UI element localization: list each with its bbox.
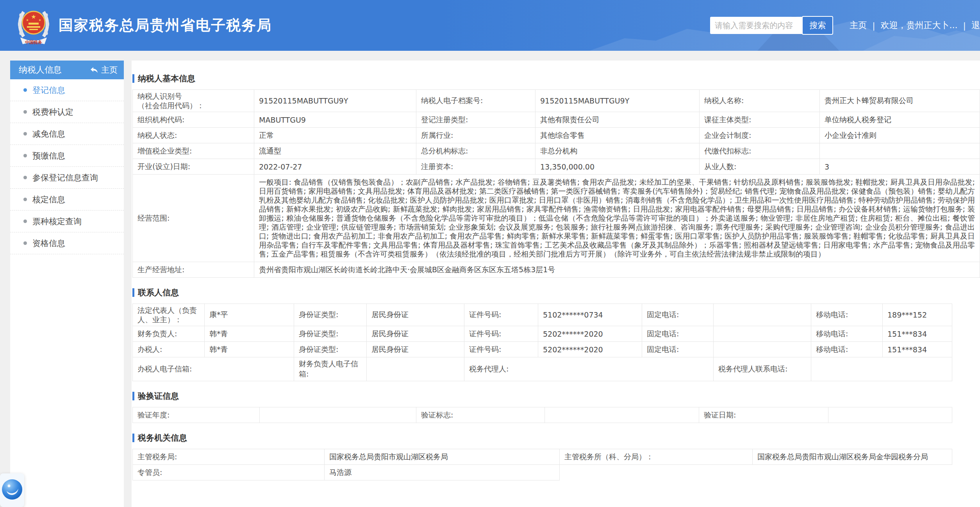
field-value: 3 (820, 159, 980, 175)
sidebar-item-label: 资格信息 (32, 238, 65, 249)
layout: 纳税人信息 主页 登记信息 税费种认定 减免信息 预缴信息 参保登记信息查询 核… (0, 51, 980, 507)
section-title-text: 联系人信息 (138, 287, 179, 298)
field-label: 所属行业: (416, 128, 536, 143)
field-value (714, 326, 811, 342)
sidebar-item-tax-type[interactable]: 税费种认定 (10, 101, 124, 123)
field-label: 证件号码: (464, 326, 538, 342)
section-bar (132, 288, 134, 297)
business-scope-value: 一般项目: 食品销售（仅销售预包装食品）；农副产品销售; 水产品批发; 谷物销售… (254, 175, 980, 262)
field-value: 韩*青 (205, 326, 294, 342)
bullet-icon (23, 132, 27, 136)
sidebar-item-assessment-info[interactable]: 核定信息 (10, 189, 124, 211)
sidebar-item-qualification-info[interactable]: 资格信息 (10, 232, 124, 254)
field-label: 身份证类型: (294, 304, 367, 326)
table-row: 生产经营地址: 贵州省贵阳市观山湖区长岭街道长岭北路中天·会展城B区金融商务区东… (133, 262, 980, 278)
field-value (714, 342, 811, 357)
business-address-label: 生产经营地址: (133, 262, 254, 278)
bullet-icon (23, 154, 27, 157)
search-input[interactable] (710, 17, 803, 34)
contact-info-table: 法定代表人（负责 人、业主）： 康*平 身份证类型: 居民身份证 证件号码: 5… (132, 303, 952, 381)
field-value: 韩*青 (205, 342, 294, 357)
section-title-text: 验换证信息 (138, 391, 179, 402)
sidebar-item-invoice-type-query[interactable]: 票种核定查询 (10, 211, 124, 232)
field-label: 税务代理人: (464, 357, 714, 381)
field-label: 财务负责人: (133, 326, 205, 342)
field-label: 验证日期: (699, 407, 828, 423)
field-value: 189***152 (883, 304, 952, 326)
search-button[interactable]: 搜索 (802, 16, 833, 35)
sidebar-item-label: 税费种认定 (32, 107, 73, 118)
field-label: 纳税人识别号 （社会信用代码）： (133, 90, 254, 112)
field-label: 移动电话: (811, 326, 883, 342)
brand: ★ ★ ★ 中国税务 国家税务总局贵州省电子税务局 (16, 5, 272, 46)
field-value (828, 407, 952, 423)
section-title-text: 纳税人基本信息 (138, 73, 195, 84)
table-row: 办税人: 韩*青 身份证类型: 居民身份证 证件号码: 5202******20… (133, 342, 952, 357)
field-value (367, 357, 464, 381)
field-value: 13,350,000.00 (536, 159, 700, 175)
table-row: 主管税务局: 国家税务总局贵阳市观山湖区税务局 主管税务所（科、分局）： 国家税… (133, 449, 952, 465)
tax-officer-value: 马浩源 (325, 465, 560, 480)
page-title: 国家税务总局贵州省电子税务局 (59, 16, 272, 35)
field-label: 办税人电子信箱: (133, 357, 294, 381)
sidebar-item-label: 登记信息 (32, 85, 65, 96)
field-label: 固定电话: (642, 304, 714, 326)
table-row: 办税人电子信箱: 财务负责人电子信箱: 税务代理人: 税务代理人联系电话: (133, 357, 952, 381)
table-row: 纳税人识别号 （社会信用代码）： 91520115MABUTTGU9Y 纳税人电… (133, 90, 980, 112)
tax-authority-table: 主管税务局: 国家税务总局贵阳市观山湖区税务局 主管税务所（科、分局）： 国家税… (132, 449, 952, 480)
sidebar-item-insurance-query[interactable]: 参保登记信息查询 (10, 167, 124, 189)
field-label: 移动电话: (811, 342, 883, 357)
back-to-home-button[interactable]: 主页 (90, 64, 118, 75)
sidebar-item-reduction-info[interactable]: 减免信息 (10, 123, 124, 145)
sidebar-item-registration-info[interactable]: 登记信息 (10, 79, 124, 101)
customer-service-widget[interactable] (0, 473, 24, 507)
bullet-icon (23, 176, 27, 179)
sidebar-menu: 登记信息 税费种认定 减免信息 预缴信息 参保登记信息查询 核定信息 票种核定查… (10, 79, 124, 254)
field-value: 其他综合零售 (536, 128, 700, 143)
bullet-icon (23, 241, 27, 245)
sidebar-item-label: 核定信息 (32, 194, 65, 205)
svg-text:★: ★ (31, 13, 36, 20)
field-label: 注册资本: (416, 159, 536, 175)
field-value: 流通型 (254, 143, 416, 159)
field-value: 正常 (254, 128, 416, 143)
empty-cell (560, 465, 952, 480)
field-label: 纳税人名称: (700, 90, 820, 112)
business-address-value: 贵州省贵阳市观山湖区长岭街道长岭北路中天·会展城B区金融商务区东区东五塔5栋3层… (254, 262, 980, 278)
field-label: 固定电话: (642, 342, 714, 357)
field-value: 5202******2020 (538, 342, 642, 357)
field-label: 税务代理人联系电话: (714, 357, 811, 381)
back-home-label: 主页 (101, 64, 118, 75)
field-label: 总分机构标志: (416, 143, 536, 159)
field-value: 非总分机构 (536, 143, 700, 159)
field-label: 身份证类型: (294, 342, 367, 357)
field-label: 企业会计制度: (700, 128, 820, 143)
sidebar-item-label: 参保登记信息查询 (32, 172, 98, 183)
table-row: 法定代表人（负责 人、业主）： 康*平 身份证类型: 居民身份证 证件号码: 5… (133, 304, 952, 326)
field-label: 增值税企业类型: (133, 143, 254, 159)
taxpayer-id-value: 91520115MABUTTGU9Y (254, 90, 416, 112)
section-title-verification-info: 验换证信息 (132, 391, 980, 402)
nav-home-link[interactable]: 主页 (850, 20, 867, 31)
section-title-text: 税务机关信息 (138, 432, 187, 443)
field-value (820, 143, 980, 159)
nav-logout-link[interactable]: 退 (971, 20, 980, 31)
nav-welcome-user[interactable]: 欢迎，贵州正大卜... (881, 20, 958, 31)
field-value: 单位纳税人税务登记 (820, 112, 980, 128)
section-title-contact-info: 联系人信息 (132, 287, 980, 298)
e-archive-value: 91520115MABUTTGU9Y (536, 90, 700, 112)
legal-rep-name-value: 康*平 (205, 304, 294, 326)
section-title-tax-authority-info: 税务机关信息 (132, 432, 980, 443)
page: { "colors": { "header_blue": "#3c7dd6", … (0, 0, 980, 507)
sidebar: 纳税人信息 主页 登记信息 税费种认定 减免信息 预缴信息 参保登记信息查询 核… (10, 61, 124, 507)
field-value (545, 407, 699, 423)
tax-bureau-value: 国家税务总局贵阳市观山湖区税务局 (325, 449, 560, 465)
field-label: 证件号码: (464, 304, 538, 326)
tax-office-value: 国家税务总局贵阳市观山湖区税务局金华园税务分局 (753, 449, 952, 465)
taxpayer-name-value: 贵州正大卜蜂贸易有限公司 (820, 90, 980, 112)
blue-sphere-icon (2, 479, 23, 500)
section-bar (132, 392, 134, 400)
sidebar-item-prepayment-info[interactable]: 预缴信息 (10, 145, 124, 167)
search-box: 搜索 (710, 16, 833, 35)
field-label: 证件号码: (464, 342, 538, 357)
